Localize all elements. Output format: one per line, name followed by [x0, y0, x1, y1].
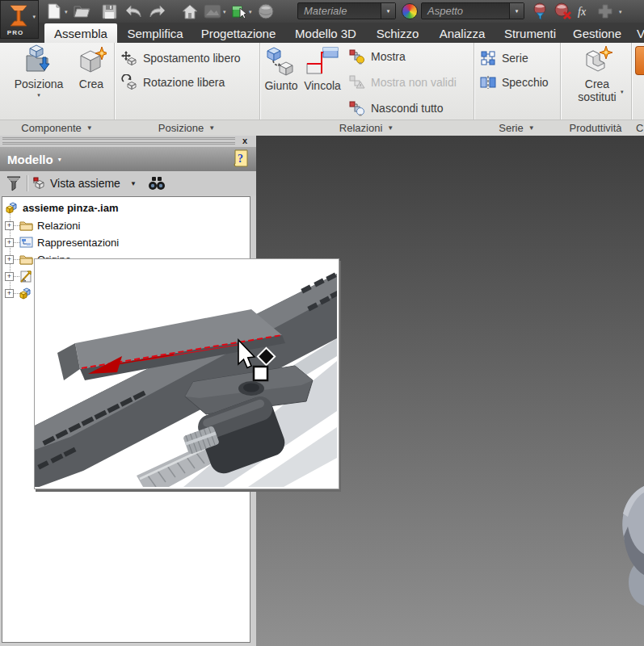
open-folder-icon	[74, 4, 93, 19]
tree-item-label: Rappresentazioni	[37, 237, 119, 249]
serie-button[interactable]: Serie	[480, 48, 528, 68]
crea-sostituti-caret-icon: ▾	[621, 89, 624, 95]
quick-access-toolbar: ▾ ▾	[0, 0, 644, 23]
materiale-combobox[interactable]: Materiale ▾	[297, 2, 396, 19]
expand-icon[interactable]: +	[5, 238, 14, 247]
tree-item-partial[interactable]: +	[5, 268, 33, 284]
nascondi-tutto-label: Nascondi tutto	[371, 102, 444, 115]
help-icon[interactable]: ?	[233, 149, 250, 169]
tree-item-label: Relazioni	[37, 220, 80, 232]
preview-3d-scene	[35, 259, 337, 487]
inventor-logo-icon	[9, 5, 28, 27]
hide-all-relations-icon	[349, 100, 365, 116]
browser-close-button[interactable]: x	[238, 136, 251, 146]
image-caret-icon[interactable]: ▾	[223, 9, 226, 15]
panel-footer-posizione[interactable]: Posizione ▼	[114, 120, 259, 136]
browser-title: Modello	[7, 153, 53, 166]
expand-icon[interactable]: +	[5, 221, 14, 230]
expand-icon[interactable]: +	[5, 272, 14, 281]
tree-item-partial[interactable]: +	[5, 285, 33, 301]
redo-button[interactable]	[147, 2, 168, 21]
tab-assembla[interactable]: Assembla	[44, 23, 117, 43]
expand-icon[interactable]: +	[5, 255, 14, 264]
browser-title-caret-icon[interactable]: ▾	[58, 156, 61, 163]
panel-footer-serie[interactable]: Serie ▼	[474, 120, 560, 136]
clear-appearance-button[interactable]	[553, 2, 574, 21]
mostra-non-validi-button: Mostra non validi	[349, 73, 457, 92]
appearance-clear-icon	[554, 2, 572, 20]
tree-item-rappresentazioni[interactable]: + Rappresentazioni	[5, 234, 119, 250]
tab-gestione[interactable]: Gestione	[567, 23, 627, 43]
select-button[interactable]	[229, 2, 250, 21]
materiale-combobox-caret-icon[interactable]: ▾	[381, 3, 395, 19]
panel-footer-relazioni[interactable]: Relazioni ▼	[259, 120, 474, 136]
crea-label: Crea	[79, 78, 103, 90]
giunto-button[interactable]: Giunto	[263, 44, 300, 92]
material-sphere-button[interactable]	[255, 2, 276, 21]
new-file-button[interactable]	[44, 2, 65, 21]
expand-icon[interactable]: +	[5, 289, 14, 298]
qat-menu-caret-icon[interactable]: ▾	[619, 9, 622, 15]
panel-footer-clipped: C	[631, 120, 644, 136]
filter-icon[interactable]	[6, 175, 22, 191]
part-document-icon	[19, 271, 33, 283]
mostra-button[interactable]: Mostra	[349, 47, 406, 66]
select-caret-icon[interactable]: ▾	[249, 9, 252, 15]
panel-divider	[474, 43, 474, 120]
tab-modello-3d[interactable]: Modello 3D	[288, 23, 364, 43]
aspetto-combobox-value: Aspetto	[422, 5, 509, 17]
undo-button[interactable]	[123, 2, 144, 21]
panel-divider	[114, 43, 115, 120]
viewport-part-edge[interactable]	[617, 484, 644, 606]
view-selector-value[interactable]: Vista assieme	[50, 177, 120, 190]
tab-progettazione[interactable]: Progettazione	[194, 23, 283, 43]
tab-strumenti[interactable]: Strumenti	[498, 23, 562, 43]
tab-semplifica[interactable]: Semplifica	[121, 23, 189, 43]
aspetto-combobox[interactable]: Aspetto ▾	[421, 2, 524, 19]
color-wheel-icon	[402, 3, 418, 19]
joint-preview-window[interactable]	[34, 258, 339, 489]
open-button[interactable]	[73, 2, 94, 21]
specchio-label: Specchio	[502, 76, 549, 89]
aspetto-combobox-caret-icon[interactable]: ▾	[509, 3, 524, 19]
color-wheel-button[interactable]	[399, 2, 420, 21]
tree-root-row[interactable]: assieme pinza-.iam	[6, 199, 119, 216]
save-button[interactable]	[99, 2, 120, 21]
inventor-app: { "qat": { "logo_badge": "PRO", "materia…	[0, 0, 644, 646]
browser-header[interactable]: Modello ▾ ?	[0, 147, 256, 171]
tree-item-relazioni[interactable]: + Relazioni	[5, 217, 80, 233]
browser-grab-bar[interactable]	[2, 137, 235, 145]
panel-footer-componente[interactable]: Componente ▼	[0, 120, 114, 136]
pro-badge: PRO	[1, 29, 30, 36]
spostamento-libero-button[interactable]: Spostamento libero	[121, 48, 241, 68]
clipped-panel-icon[interactable]	[635, 46, 644, 75]
tab-vista-clipped[interactable]: V	[632, 23, 644, 43]
add-to-qat-button[interactable]	[595, 2, 616, 21]
serie-label: Serie	[502, 52, 528, 65]
search-binoculars-icon[interactable]	[148, 176, 166, 191]
view-selector-caret-icon[interactable]: ▼	[130, 180, 137, 187]
tab-analizza[interactable]: Analizza	[431, 23, 493, 43]
application-menu-button[interactable]: ▾ PRO	[0, 0, 39, 39]
free-rotate-icon	[121, 74, 137, 90]
specchio-button[interactable]: Specchio	[480, 73, 549, 92]
image-button[interactable]	[202, 2, 223, 21]
home-button[interactable]	[179, 2, 200, 21]
crea-button[interactable]: Crea	[71, 44, 112, 90]
crea-sostituti-label-2: sostituti	[578, 90, 616, 103]
new-file-caret-icon[interactable]: ▾	[65, 9, 68, 15]
nascondi-tutto-button[interactable]: Nascondi tutto	[349, 99, 444, 118]
parameters-button[interactable]: fx	[574, 2, 595, 21]
rotazione-libera-button[interactable]: Rotazione libera	[121, 73, 225, 92]
crea-icon	[76, 44, 107, 75]
crea-sostituti-button[interactable]: Crea sostituti	[566, 44, 629, 103]
mostra-label: Mostra	[371, 50, 406, 63]
vincola-button[interactable]: Vincola	[301, 44, 344, 92]
tab-schizzo[interactable]: Schizzo	[368, 23, 427, 43]
browser-toolbar: Vista assieme ▼	[0, 171, 256, 195]
panel-footer-componente-label: Componente	[21, 122, 81, 134]
posiziona-button[interactable]: Posiziona ▾	[8, 44, 69, 99]
serie-footer-caret-icon: ▼	[528, 124, 535, 132]
adjust-appearance-button[interactable]	[529, 2, 550, 21]
panel-footer-produttivita[interactable]: Produttività	[560, 120, 631, 136]
